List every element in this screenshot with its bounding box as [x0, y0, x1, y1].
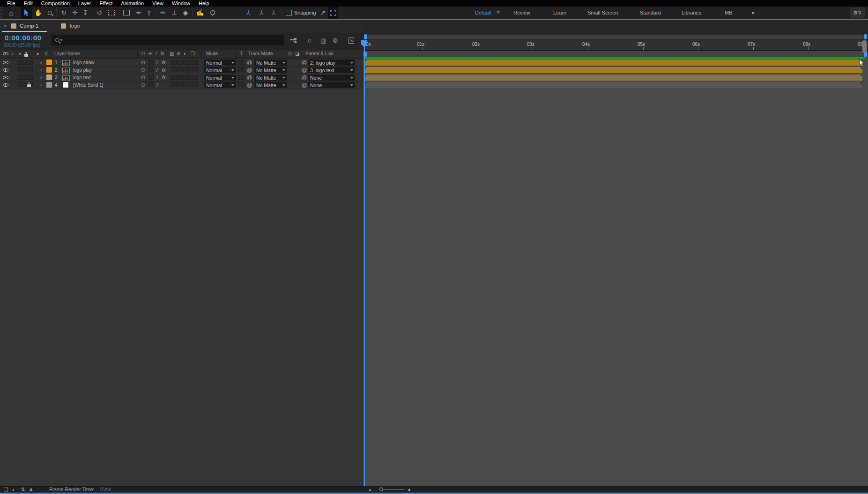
workspace-small-screen[interactable]: Small Screen [587, 7, 618, 19]
work-area-bar[interactable] [363, 51, 868, 57]
eye-icon[interactable] [3, 83, 8, 87]
menu-composition[interactable]: Composition [37, 0, 74, 7]
expand-chevron-icon[interactable]: › [40, 82, 42, 89]
layer-name[interactable]: logo play [73, 67, 92, 74]
fx-switch-icon[interactable]: fx [162, 74, 166, 81]
quality-switch-icon[interactable]: / [156, 59, 158, 66]
hand-tool[interactable]: ✋ [34, 7, 43, 19]
workspace-mb[interactable]: MB [725, 7, 733, 19]
roto-brush-tool[interactable]: ✍ [195, 7, 205, 19]
blend-mode-dropdown[interactable]: Normal [204, 82, 236, 88]
motion-blur-cell[interactable] [178, 82, 184, 87]
layer-row-4[interactable]: › 4 [White Solid 1] ⚇ / Normal @ No Matt… [0, 82, 363, 89]
collapse-cell[interactable] [148, 60, 154, 65]
pan-camera-tool[interactable]: ✛ [70, 7, 80, 19]
layer-row-2[interactable]: › 2 logo play ⚇ / fx Normal @ No Matte @… [0, 67, 363, 74]
menu-view[interactable]: View [148, 0, 168, 7]
workspace-review[interactable]: Review [513, 7, 530, 19]
dolly-camera-tool[interactable]: ↧ [81, 7, 90, 19]
audio-cell[interactable] [17, 82, 24, 87]
parent-dropdown[interactable]: None [308, 75, 355, 81]
frame-blending-icon[interactable]: ▥ [320, 35, 330, 46]
audio-cell[interactable] [17, 75, 24, 80]
label-color-swatch[interactable] [46, 60, 52, 65]
menu-effect[interactable]: Effect [95, 0, 117, 7]
shy-switch-icon[interactable]: ⚇ [141, 67, 145, 74]
eraser-tool[interactable]: ◆ [181, 7, 190, 19]
toggle-modes-icon[interactable]: ◪ [295, 50, 299, 58]
inout-panes-icon[interactable]: ⇅ [21, 487, 25, 493]
collapse-cell[interactable] [148, 67, 154, 72]
quality-switch-icon[interactable]: / [156, 67, 158, 74]
audio-cell[interactable] [17, 60, 24, 65]
menu-edit[interactable]: Edit [20, 0, 37, 7]
workspace-libraries[interactable]: Libraries [682, 7, 701, 19]
layer-name[interactable]: logo text [73, 74, 91, 81]
lock-cell[interactable] [25, 75, 33, 80]
tab-menu-icon[interactable]: ≡ [42, 20, 45, 32]
adjustment-cell[interactable] [185, 75, 191, 80]
menu-layer[interactable]: Layer [74, 0, 96, 7]
track-matte-dropdown[interactable]: No Matte [254, 67, 287, 73]
mini-flowchart-icon[interactable] [290, 35, 302, 46]
tab-comp1[interactable]: Comp 1 [20, 20, 38, 32]
eye-icon[interactable] [3, 76, 8, 79]
parent-pickwhip-icon[interactable]: @ [302, 74, 307, 81]
adjustment-cell[interactable] [185, 60, 191, 65]
eye-icon[interactable] [3, 68, 8, 72]
preserve-transparency-cell[interactable] [238, 60, 245, 65]
selection-tool[interactable] [21, 7, 32, 19]
timeline-zoom-slider[interactable] [383, 489, 404, 490]
lock-cell[interactable] [25, 60, 33, 65]
puppet-pin-tool[interactable]: Ϙ [208, 7, 217, 19]
expand-chevron-icon[interactable]: › [40, 67, 42, 74]
audio-cell[interactable] [17, 67, 24, 72]
snap-assist-icon[interactable]: ↗ [319, 7, 327, 19]
motion-blur-cell[interactable] [178, 67, 184, 72]
shy-switch-icon[interactable]: ⚇ [141, 59, 145, 66]
shy-switch-icon[interactable]: ⚇ [141, 82, 145, 89]
frame-blend-cell[interactable] [171, 75, 177, 80]
motion-blur-cell[interactable] [178, 75, 184, 80]
graph-editor-icon[interactable]: ∿ [349, 35, 358, 46]
layer-bar-logo-straw[interactable] [364, 60, 862, 66]
zoom-tool[interactable] [45, 7, 54, 19]
snap-bounds-icon[interactable] [328, 7, 338, 19]
timeline-search-input[interactable]: ▾ [52, 35, 284, 45]
lock-icon[interactable] [27, 84, 31, 87]
orbit-camera-tool[interactable]: ↻ [59, 7, 68, 19]
menu-help[interactable]: Help [194, 0, 214, 7]
collapse-cell[interactable] [148, 82, 154, 87]
view-axis-mode-icon[interactable]: Y [269, 7, 278, 19]
threed-cell[interactable] [192, 67, 198, 72]
zoom-in-mountain-icon[interactable]: ▲ [407, 487, 412, 493]
close-tab-icon[interactable]: × [4, 20, 7, 32]
workspace-standard[interactable]: Standard [640, 7, 661, 19]
preserve-transparency-cell[interactable] [238, 75, 245, 80]
clone-stamp-tool[interactable]: ⊥ [170, 7, 179, 19]
navigator-start-handle[interactable] [364, 34, 367, 39]
toggle-switches-icon[interactable]: ◘ [289, 50, 291, 58]
matte-pickwhip-icon[interactable]: @ [247, 67, 252, 74]
label-color-swatch[interactable] [46, 67, 52, 73]
expand-chevron-icon[interactable]: › [40, 74, 42, 81]
layer-row-1[interactable]: › 1 logo straw ⚇ / fx Normal @ No Matte … [0, 59, 363, 66]
layer-bar-white-solid[interactable] [364, 82, 862, 88]
snapping-checkbox[interactable] [285, 7, 292, 19]
shy-switch-icon[interactable]: ⚇ [141, 74, 145, 81]
adjustment-cell[interactable] [185, 67, 191, 72]
track-matte-column-header[interactable]: Track Matte [248, 50, 273, 58]
matte-pickwhip-icon[interactable]: @ [247, 74, 252, 81]
motion-blur-cell[interactable] [178, 60, 184, 65]
layer-name-column-header[interactable]: Layer Name [54, 50, 80, 58]
adjustment-cell[interactable] [185, 82, 191, 87]
rectangle-tool[interactable] [122, 7, 131, 19]
blend-mode-dropdown[interactable]: Normal [204, 75, 236, 81]
collapse-cell[interactable] [148, 75, 154, 80]
timeline-zoom-knob[interactable] [379, 487, 383, 491]
draft-preview-icon[interactable]: ◐ [12, 487, 15, 493]
quality-switch-icon[interactable]: / [156, 82, 158, 89]
expand-chevron-icon[interactable]: › [40, 59, 42, 66]
navigator-end-handle[interactable] [864, 34, 867, 39]
menu-window[interactable]: Window [168, 0, 194, 7]
